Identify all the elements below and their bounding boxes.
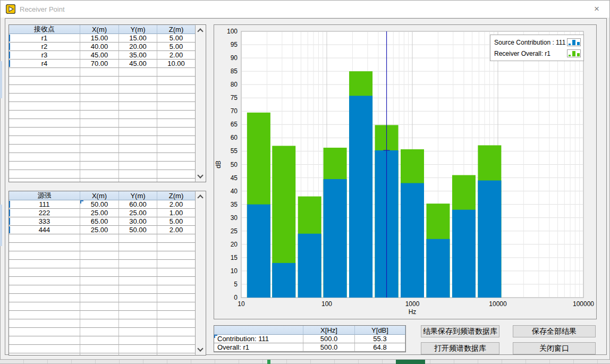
table-cell[interactable] <box>119 85 157 94</box>
table-cell[interactable] <box>157 285 196 294</box>
table-cell[interactable] <box>80 94 119 102</box>
table-cell[interactable] <box>80 234 119 243</box>
table-cell[interactable]: 65.00 <box>80 217 119 226</box>
table-cell[interactable] <box>80 85 119 94</box>
table-cell[interactable] <box>9 319 80 328</box>
table-cell[interactable] <box>80 268 119 277</box>
table-cell[interactable]: 2.00 <box>157 226 196 234</box>
table-cell[interactable]: 5.00 <box>157 217 196 226</box>
table-cell[interactable]: 30.00 <box>119 217 157 226</box>
table-cell[interactable]: 60.00 <box>119 200 157 209</box>
table-cell[interactable] <box>157 94 196 102</box>
scroll-down-icon[interactable] <box>197 345 203 351</box>
table-cell[interactable] <box>9 302 80 311</box>
table-cell[interactable]: 25.00 <box>80 209 119 217</box>
table-cell[interactable] <box>80 243 119 251</box>
table-cell[interactable] <box>119 234 157 243</box>
receiver-table[interactable]: 接收点X(m)Y(m)Z(m)r115.0015.005.00r240.0020… <box>9 24 206 182</box>
table-cell[interactable]: r4 <box>9 60 80 68</box>
table-cell[interactable] <box>9 77 80 85</box>
table-cell[interactable] <box>157 179 196 182</box>
plot-legend[interactable]: Source Contribution : 111 Receiver Overa… <box>490 35 584 61</box>
table-cell[interactable] <box>157 162 196 170</box>
table-cell[interactable]: 50.00 <box>80 200 119 209</box>
table-cell[interactable]: 222 <box>9 209 80 217</box>
table-cell[interactable] <box>80 345 119 353</box>
table-cell[interactable] <box>119 243 157 251</box>
table-cell[interactable] <box>157 294 196 302</box>
table-cell[interactable] <box>80 77 119 85</box>
table-cell[interactable] <box>9 285 80 294</box>
table-cell[interactable] <box>119 285 157 294</box>
table-cell[interactable] <box>119 319 157 328</box>
table-cell[interactable] <box>9 345 80 353</box>
table-cell[interactable] <box>157 77 196 85</box>
table-cell[interactable] <box>119 77 157 85</box>
table-cell[interactable] <box>119 302 157 311</box>
table-cell[interactable] <box>9 85 80 94</box>
table-cell[interactable]: 35.00 <box>119 51 157 60</box>
table-cell[interactable]: 25.00 <box>80 226 119 234</box>
table-scrollbar[interactable] <box>195 26 205 181</box>
table-cell[interactable] <box>80 153 119 162</box>
table-cell[interactable]: 64.8 <box>355 343 405 352</box>
table-cell[interactable]: Contribution: 111 <box>214 335 303 343</box>
table-cell[interactable] <box>9 94 80 102</box>
scroll-down-icon[interactable] <box>197 172 203 178</box>
table-cell[interactable] <box>119 277 157 285</box>
close-window-button[interactable]: 关闭窗口 <box>513 342 596 354</box>
table-cell[interactable]: 500.0 <box>303 343 355 352</box>
table-cell[interactable] <box>9 251 80 260</box>
table-cell[interactable] <box>9 119 80 128</box>
table-cell[interactable] <box>157 136 196 145</box>
table-cell[interactable] <box>119 311 157 319</box>
table-cell[interactable] <box>157 268 196 277</box>
table-cell[interactable]: 2.00 <box>157 51 196 60</box>
table-cell[interactable] <box>119 145 157 153</box>
cursor-readout-table[interactable]: X[Hz]Y[dB]Contribution: 111500.055.3Over… <box>214 325 406 352</box>
table-cell[interactable] <box>80 277 119 285</box>
table-cell[interactable] <box>9 128 80 136</box>
table-cell[interactable] <box>9 294 80 302</box>
table-cell[interactable] <box>157 311 196 319</box>
table-cell[interactable] <box>9 243 80 251</box>
table-cell[interactable] <box>9 353 80 355</box>
table-cell[interactable]: 10.00 <box>157 60 196 68</box>
table-cell[interactable] <box>157 319 196 328</box>
table-cell[interactable] <box>119 153 157 162</box>
table-cell[interactable] <box>80 136 119 145</box>
table-cell[interactable] <box>80 68 119 77</box>
table-cell[interactable] <box>119 336 157 345</box>
table-cell[interactable]: 500.0 <box>303 335 355 343</box>
table-cell[interactable] <box>9 68 80 77</box>
table-cell[interactable] <box>157 243 196 251</box>
table-cell[interactable]: 5.00 <box>157 43 196 51</box>
table-cell[interactable] <box>157 170 196 179</box>
table-cell[interactable] <box>9 153 80 162</box>
table-cell[interactable] <box>157 251 196 260</box>
table-cell[interactable] <box>80 336 119 345</box>
table-cell[interactable] <box>9 179 80 182</box>
legend-row-overall[interactable]: Receiver Overall: r1 <box>494 48 581 59</box>
table-cell[interactable] <box>119 119 157 128</box>
table-cell[interactable] <box>157 111 196 119</box>
table-cell[interactable] <box>157 68 196 77</box>
table-cell[interactable]: 333 <box>9 217 80 226</box>
table-cell[interactable] <box>80 128 119 136</box>
table-cell[interactable] <box>119 251 157 260</box>
table-cell[interactable]: 444 <box>9 226 80 234</box>
table-cell[interactable]: r2 <box>9 43 80 51</box>
table-cell[interactable] <box>119 162 157 170</box>
table-cell[interactable] <box>119 102 157 111</box>
table-cell[interactable] <box>119 345 157 353</box>
table-scrollbar[interactable] <box>195 192 205 354</box>
bar-plot-style-icon[interactable] <box>567 38 581 46</box>
legend-row-contribution[interactable]: Source Contribution : 111 <box>494 37 581 48</box>
table-cell[interactable]: 45.00 <box>80 51 119 60</box>
table-cell[interactable] <box>119 128 157 136</box>
table-cell[interactable]: 1.00 <box>157 209 196 217</box>
table-cell[interactable] <box>157 345 196 353</box>
save-to-spectrum-db-button[interactable]: 结果保存到频谱数据库 <box>421 325 499 337</box>
table-cell[interactable] <box>9 162 80 170</box>
table-cell[interactable] <box>9 277 80 285</box>
